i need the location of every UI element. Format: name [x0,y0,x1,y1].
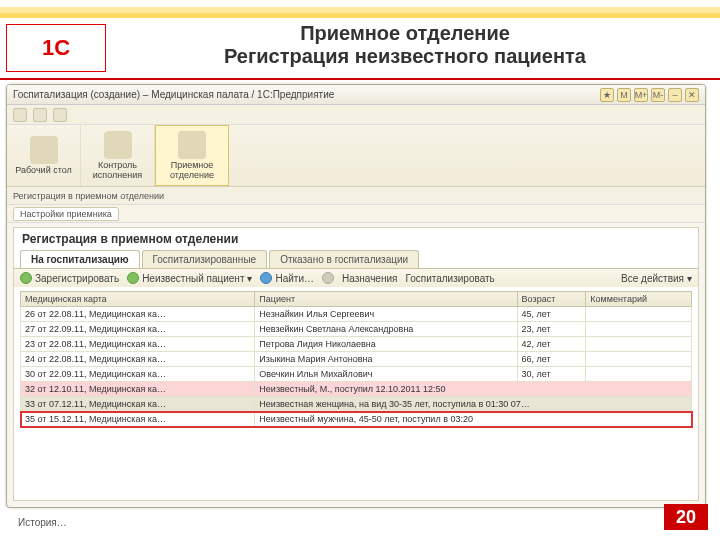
desktop-icon [30,136,58,164]
window-titlebar: Госпитализация (создание) – Медицинская … [7,85,705,105]
control-button[interactable]: Контроль исполнения [81,125,155,186]
patients-table[interactable]: Медицинская карта Пациент Возраст Коммен… [20,291,692,427]
desktop-button[interactable]: Рабочий стол [7,125,81,186]
mminus-button[interactable]: M- [651,88,665,102]
hospitalize-button[interactable]: Госпитализировать [405,273,494,284]
col-comment[interactable]: Комментарий [586,292,692,307]
action-bar: Зарегистрировать Неизвестный пациент ▾ Н… [14,268,698,287]
page-title: Приемное отделение Регистрация неизвестн… [110,22,700,68]
table-row[interactable]: 35 от 15.12.11, Медицинская ка…Неизвестн… [21,412,692,427]
control-icon [104,131,132,159]
table-row[interactable]: 33 от 07.12.11, Медицинская ка…Неизвестн… [21,397,692,412]
slide-number: 20 [664,504,708,530]
table-row[interactable]: 30 от 22.09.11, Медицинская ка…Овечкин И… [21,367,692,382]
col-patient[interactable]: Пациент [255,292,517,307]
col-age[interactable]: Возраст [517,292,586,307]
assignments-button[interactable]: Назначения [342,273,397,284]
admission-icon [178,131,206,159]
subnav-bar: Регистрация в приемном отделении [7,187,705,205]
table-row[interactable]: 32 от 12.10.11, Медицинская ка…Неизвестн… [21,382,692,397]
find-button[interactable]: Найти… [260,272,314,284]
admission-button[interactable]: Приемное отделение [155,125,229,186]
tab-refused[interactable]: Отказано в госпитализации [269,250,419,268]
minimize-button[interactable]: – [668,88,682,102]
m-button[interactable]: M [617,88,631,102]
col-card[interactable]: Медицинская карта [21,292,255,307]
panel-title: Регистрация в приемном отделении [14,228,698,250]
window-title-text: Госпитализация (создание) – Медицинская … [13,89,334,100]
refresh-icon[interactable] [322,272,334,284]
search-icon [260,272,272,284]
close-button[interactable]: ✕ [685,88,699,102]
brand-logo: 1C [0,22,110,74]
mplus-button[interactable]: M+ [634,88,648,102]
fav-icon[interactable]: ★ [600,88,614,102]
back-icon[interactable] [13,108,27,122]
table-row[interactable]: 24 от 22.08.11, Медицинская ка…Изыкина М… [21,352,692,367]
table-row[interactable]: 23 от 22.08.11, Медицинская ка…Петрова Л… [21,337,692,352]
tab-hospitalized[interactable]: Госпитализированные [142,250,268,268]
logo-text: 1C [42,35,70,61]
table-row[interactable]: 26 от 22.08.11, Медицинская ка…Незнайкин… [21,307,692,322]
register-button[interactable]: Зарегистрировать [20,272,119,284]
history-link[interactable]: История… [18,517,67,528]
all-actions-button[interactable]: Все действия ▾ [621,273,692,284]
subnav-item-reg[interactable]: Регистрация в приемном отделении [13,191,164,201]
unknown-patient-button[interactable]: Неизвестный пациент ▾ [127,272,252,284]
app-window: Госпитализация (создание) – Медицинская … [6,84,706,508]
settings-tab[interactable]: Настройки приемника [13,207,119,221]
table-row[interactable]: 27 от 22.09.11, Медицинская ка…Невзейкин… [21,322,692,337]
main-panel: Регистрация в приемном отделении На госп… [13,227,699,501]
star-icon[interactable] [53,108,67,122]
tab-hospitalization[interactable]: На госпитализацию [20,250,140,268]
nav-toolbar [7,105,705,125]
forward-icon[interactable] [33,108,47,122]
